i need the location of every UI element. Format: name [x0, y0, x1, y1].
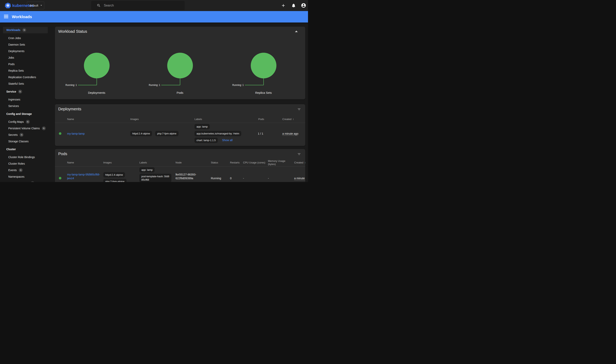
- sidebar-item-workloads[interactable]: WorkloadsN: [3, 27, 48, 33]
- sidebar-nav: WorkloadsN Cron Jobs Daemon Sets Deploym…: [0, 23, 51, 182]
- pods-title: Pods: [58, 152, 67, 156]
- sidebar-item-pods[interactable]: Pods: [0, 61, 51, 67]
- column-header-cpu-usage: CPU Usage (cores): [243, 161, 265, 164]
- workload-status-card: Workload Status Running: 1 Deployments R…: [55, 27, 305, 99]
- show-all-labels-link[interactable]: Show all: [222, 139, 233, 142]
- column-header-restarts: Restarts: [230, 161, 239, 164]
- sidebar-item-cluster-roles[interactable]: Cluster Roles: [0, 160, 51, 167]
- page-title: Workloads: [12, 11, 32, 23]
- node-cell: lke55127-86393-622f8d09399a: [175, 173, 199, 180]
- chart-connector-line: [97, 78, 97, 85]
- chart-annotation: Running: 1: [225, 84, 244, 86]
- search-bar: [91, 1, 184, 10]
- namespace-selector-value: default: [29, 2, 38, 9]
- sidebar-item-cron-jobs[interactable]: Cron Jobs: [0, 35, 51, 41]
- notifications-bell-icon[interactable]: [291, 3, 296, 8]
- filter-icon[interactable]: [297, 153, 301, 156]
- chart-connector-line: [78, 85, 97, 85]
- namespaced-badge: N: [42, 126, 46, 130]
- column-header-created-sort[interactable]: Created↑: [282, 118, 294, 121]
- pie-chart: [84, 53, 110, 78]
- created-cell: a minute ago: [282, 132, 298, 135]
- sidebar-section-service[interactable]: ServiceN: [0, 89, 51, 95]
- sidebar-item-storage-classes[interactable]: Storage Classes: [0, 138, 51, 145]
- column-header-name: Name: [67, 118, 74, 121]
- hamburger-menu-icon[interactable]: [4, 15, 8, 19]
- sidebar-item-stateful-sets[interactable]: Stateful Sets: [0, 80, 51, 87]
- replica-sets-status-chart: Running: 1 Replica Sets: [222, 53, 305, 78]
- sidebar-item-persistent-volume-claims[interactable]: Persistent Volume ClaimsN: [0, 125, 51, 132]
- namespaced-badge: N: [19, 168, 23, 172]
- pie-chart: [167, 53, 193, 78]
- chart-annotation: Running: 1: [142, 84, 160, 86]
- sidebar-item-services[interactable]: Services: [0, 103, 51, 109]
- sidebar-item-replica-sets[interactable]: Replica Sets: [0, 67, 51, 74]
- status-cell: Running: [211, 177, 221, 180]
- app-header: kubernetes default: [0, 0, 308, 11]
- image-chip: httpd:2.4-alpine: [130, 131, 152, 136]
- kubernetes-logo-icon[interactable]: [5, 2, 11, 9]
- chart-connector-line: [263, 78, 264, 85]
- column-header-memory-usage: Memory Usage (bytes): [268, 159, 288, 166]
- collapse-card-button[interactable]: [295, 31, 298, 32]
- column-header-images: Images: [103, 161, 112, 164]
- namespaced-badge: N: [22, 28, 26, 32]
- sidebar-item-jobs[interactable]: Jobs: [0, 54, 51, 61]
- cpu-usage-cell: -: [243, 177, 244, 180]
- label-chip: app: lamp: [139, 167, 155, 172]
- deployment-name-link[interactable]: my-lamp-lamp: [67, 132, 85, 135]
- table-divider: [55, 166, 305, 167]
- chart-annotation: Running: 1: [58, 84, 77, 86]
- sidebar-item-namespaces[interactable]: Namespaces: [0, 173, 51, 180]
- pods-card: Pods Name Images Labels Node Status Rest…: [55, 149, 305, 182]
- sidebar-item-ingresses[interactable]: Ingresses: [0, 96, 51, 103]
- chart-connector-line: [180, 78, 180, 85]
- image-chip: php:7-fpm-alpine: [155, 131, 179, 136]
- chevron-down-icon: [40, 5, 42, 6]
- sidebar-item-secrets[interactable]: SecretsN: [0, 132, 51, 138]
- sidebar-item-network-policies[interactable]: Network PoliciesN: [0, 180, 51, 182]
- chart-connector-line: [245, 85, 263, 85]
- filter-icon[interactable]: [297, 108, 301, 111]
- label-chip: chart: lamp-1.1.5: [195, 138, 218, 143]
- sidebar-item-cluster-role-bindings[interactable]: Cluster Role Bindings: [0, 154, 51, 160]
- chart-title: Pods: [138, 91, 222, 94]
- sidebar-item-events[interactable]: EventsN: [0, 167, 51, 173]
- namespace-selector[interactable]: default: [27, 1, 44, 9]
- status-ok-icon: [59, 177, 61, 180]
- deployments-status-chart: Running: 1 Deployments: [55, 53, 138, 78]
- created-cell: a minute ago: [294, 177, 305, 180]
- namespaced-badge: N: [26, 120, 30, 124]
- label-chip: app: lamp: [195, 124, 210, 129]
- sidebar-section-config-and-storage: Config and Storage: [0, 111, 51, 117]
- status-ok-icon: [59, 132, 61, 135]
- user-avatar-button[interactable]: [301, 3, 306, 8]
- label-chip: app.kubernetes.io/managed-by: Helm: [195, 131, 241, 136]
- pod-name-link[interactable]: my-lamp-lamp-5fd985cf68-jwvz4: [67, 173, 102, 180]
- workload-status-title: Workload Status: [58, 29, 87, 34]
- chart-title: Replica Sets: [222, 91, 305, 94]
- sidebar-item-config-maps[interactable]: Config MapsN: [0, 119, 51, 125]
- deployments-card: Deployments Name Images Labels Pods Crea…: [55, 104, 305, 146]
- namespaced-badge: N: [20, 133, 24, 137]
- sidebar-item-deployments[interactable]: Deployments: [0, 48, 51, 54]
- sort-ascending-icon: ↑: [293, 118, 294, 121]
- sidebar-item-daemon-sets[interactable]: Daemon Sets: [0, 41, 51, 48]
- search-icon: [97, 3, 101, 8]
- image-chip: php:7-fpm-alpine: [103, 179, 127, 182]
- pods-status-chart: Running: 1 Pods: [138, 53, 222, 78]
- add-resource-button[interactable]: [281, 3, 286, 8]
- namespaced-badge: N: [18, 90, 22, 93]
- column-header-created-sort[interactable]: Created↑: [294, 161, 305, 164]
- deployments-title: Deployments: [58, 107, 81, 111]
- column-header-images: Images: [130, 118, 139, 121]
- column-header-node: Node: [175, 161, 182, 164]
- image-chip: httpd:2.4-alpine: [103, 172, 125, 177]
- memory-usage-cell: -: [268, 177, 269, 180]
- sort-ascending-icon: ↑: [304, 161, 305, 164]
- search-input[interactable]: [104, 1, 181, 10]
- chart-connector-line: [161, 85, 180, 85]
- column-header-labels: Labels: [195, 118, 202, 121]
- column-header-labels: Labels: [139, 161, 147, 164]
- sidebar-item-replication-controllers[interactable]: Replication Controllers: [0, 74, 51, 80]
